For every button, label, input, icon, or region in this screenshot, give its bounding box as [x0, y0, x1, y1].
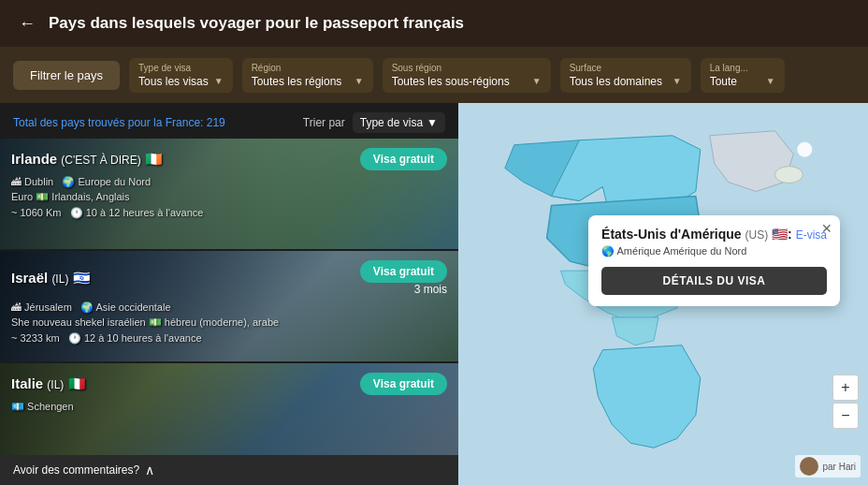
filter-country-button[interactable]: Filtrer le pays — [13, 61, 120, 90]
visa-badge: Visa gratuit — [360, 148, 447, 170]
total-count: Total des pays trouvés pour la France: 2… — [13, 116, 296, 129]
card-location: 🏙 Jérusalem 🌍 Asie occidentale — [11, 301, 447, 314]
attribution-text: par Hari — [822, 462, 856, 472]
card-currency: Euro 💵 Irlandais, Anglais — [11, 191, 447, 203]
visa-type-dropdown[interactable]: Type de visa Tous les visas ▼ — [129, 58, 233, 93]
map-zoom-controls: + − — [832, 375, 859, 429]
country-name: Israël (IL) 🇮🇱 — [11, 270, 91, 287]
sort-dropdown[interactable]: Type de visa ▼ — [353, 112, 445, 133]
back-button[interactable]: ← — [19, 14, 36, 34]
chevron-down-icon: ▼ — [673, 76, 682, 86]
country-cards-list: Irlande (C'EST À DIRE) 🇮🇪 Visa gratuit 🏙… — [0, 139, 458, 485]
card-location: 💶 Schengen — [11, 401, 447, 413]
visa-badge: Visa gratuit — [360, 260, 447, 283]
region-dropdown[interactable]: Région Toutes les régions ▼ — [242, 58, 373, 93]
card-distance: ~ 3233 km 🕐 12 à 10 heures à l'avance — [11, 332, 447, 345]
page-title: Pays dans lesquels voyager pour le passe… — [49, 14, 464, 33]
svg-point-2 — [774, 167, 803, 184]
country-name: Irlande (C'EST À DIRE) 🇮🇪 — [11, 151, 163, 168]
card-header: Italie (IL) 🇮🇹 Visa gratuit — [11, 373, 447, 395]
surface-label: Surface — [570, 63, 682, 73]
list-item[interactable]: Israël (IL) 🇮🇱 Visa gratuit 3 mois 🏙 Jér… — [0, 251, 458, 363]
map-attribution: par Hari — [795, 455, 861, 478]
chevron-down-icon: ▼ — [354, 76, 364, 86]
duration-badge: 3 mois — [414, 283, 447, 296]
bottom-bar[interactable]: Avoir des commentaires? ∧ — [0, 455, 458, 485]
card-header: Irlande (C'EST À DIRE) 🇮🇪 Visa gratuit — [11, 148, 447, 170]
main-area: Total des pays trouvés pour la France: 2… — [0, 103, 868, 485]
language-label: La lang... — [710, 63, 775, 73]
language-dropdown[interactable]: La lang... Toute ▼ — [701, 58, 785, 93]
card-currency: She nouveau shekel israélien 💵 hébreu (m… — [11, 316, 447, 329]
card-distance: ~ 1060 Km 🕐 10 à 12 heures à l'avance — [11, 207, 447, 219]
card-content: Irlande (C'EST À DIRE) 🇮🇪 Visa gratuit 🏙… — [0, 139, 458, 249]
sort-bar: Total des pays trouvés pour la France: 2… — [0, 103, 458, 139]
card-location: 🏙 Dublin 🌍 Europe du Nord — [11, 176, 447, 188]
sub-region-value: Toutes les sous-régions ▼ — [392, 75, 542, 88]
country-name: Italie (IL) 🇮🇹 — [11, 375, 86, 392]
popup-region: 🌎 Amérique Amérique du Nord — [601, 245, 827, 257]
zoom-in-button[interactable]: + — [832, 375, 859, 401]
chevron-down-icon: ▼ — [532, 76, 542, 86]
avatar — [800, 457, 818, 476]
chevron-up-icon: ∧ — [145, 463, 154, 478]
chevron-down-icon: ▼ — [214, 76, 224, 86]
chevron-down-icon: ▼ — [427, 116, 438, 129]
list-item[interactable]: Irlande (C'EST À DIRE) 🇮🇪 Visa gratuit 🏙… — [0, 139, 458, 251]
map-popup: ✕ États-Unis d'Amérique (US) 🇺🇸: E-visa … — [588, 215, 840, 306]
region-value: Toutes les régions ▼ — [252, 75, 364, 88]
zoom-out-button[interactable]: − — [832, 403, 859, 429]
sub-region-dropdown[interactable]: Sous région Toutes les sous-régions ▼ — [383, 58, 551, 93]
card-content: Israël (IL) 🇮🇱 Visa gratuit 3 mois 🏙 Jér… — [0, 251, 458, 361]
visa-badge: Visa gratuit — [360, 373, 447, 395]
sort-by-label: Trier par — [303, 116, 345, 129]
popup-close-button[interactable]: ✕ — [821, 221, 832, 236]
visa-type-label: Type de visa — [138, 63, 224, 73]
chevron-down-icon: ▼ — [766, 76, 775, 86]
surface-dropdown[interactable]: Surface Tous les domaines ▼ — [560, 58, 691, 93]
svg-point-3 — [797, 142, 812, 157]
card-header: Israël (IL) 🇮🇱 Visa gratuit 3 mois — [11, 260, 447, 296]
map-container[interactable]: ✕ États-Unis d'Amérique (US) 🇺🇸: E-visa … — [458, 103, 868, 485]
sort-value: Type de visa — [360, 116, 423, 129]
visa-type-value: Tous les visas ▼ — [138, 75, 224, 88]
bottom-bar-text: Avoir des commentaires? — [13, 463, 139, 477]
map-panel[interactable]: ✕ États-Unis d'Amérique (US) 🇺🇸: E-visa … — [458, 103, 868, 485]
region-label: Région — [252, 63, 364, 73]
language-value: Toute ▼ — [710, 75, 775, 88]
sub-region-label: Sous région — [392, 63, 542, 73]
surface-value: Tous les domaines ▼ — [570, 75, 682, 88]
header: ← Pays dans lesquels voyager pour le pas… — [0, 0, 868, 47]
popup-country-name: États-Unis d'Amérique (US) 🇺🇸: E-visa — [601, 227, 827, 242]
popup-details-button[interactable]: DÉTAILS DU VISA — [601, 267, 827, 295]
filter-bar: Filtrer le pays Type de visa Tous les vi… — [0, 47, 868, 103]
left-panel: Total des pays trouvés pour la France: 2… — [0, 103, 458, 485]
